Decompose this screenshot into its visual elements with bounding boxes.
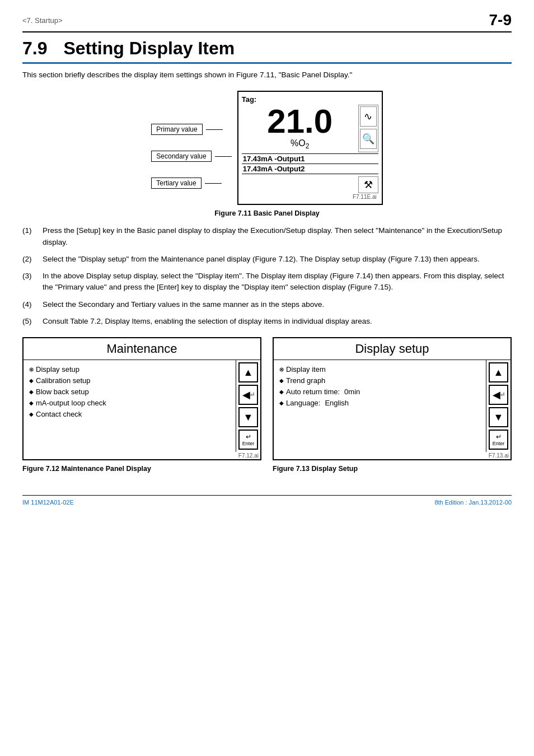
maint-selected-icon-0: ⎈ (29, 365, 34, 374)
maint-item-4: ◆ Contact check (29, 410, 230, 418)
panel-big-value: 21.0 (242, 105, 358, 138)
maintenance-items: ⎈ Display setup ◆ Calibration setup ◆ Bl… (24, 360, 236, 452)
footer-right: 8th Edition : Jan.13,2012-00 (434, 499, 512, 506)
figure-7-13: Display setup ⎈ Display item ◆ Trend gra… (273, 337, 512, 460)
panel-output-lines: 17.43mA -Output1 17.43mA -Output2 (242, 153, 378, 174)
panel-main-area: 21.0 %O2 ∿ 🔍 (242, 105, 378, 152)
primary-value-label: Primary value (151, 124, 202, 135)
panel-side-icons: ∿ 🔍 (358, 105, 378, 152)
two-panels-row: Maintenance ⎈ Display setup ◆ Calibratio… (22, 337, 512, 460)
page-header: <7. Startup> 7-9 (22, 11, 512, 32)
display-setup-inner: ⎈ Display item ◆ Trend graph ◆ Auto retu… (274, 360, 510, 452)
tertiary-value-label-item: Tertiary value (151, 178, 231, 189)
fig-file-label-12: F7.12.ai (24, 452, 260, 459)
panel-display-wrapper: Primary value Secondary value Tertiary v… (151, 91, 382, 205)
maint-btn-down[interactable]: ▼ (238, 407, 258, 427)
panel-bottom-icon: ⚒ (242, 176, 378, 193)
maint-item-2: ◆ Blow back setup (29, 388, 230, 396)
ds-btn-enter-left[interactable]: ◀⏎ (489, 385, 508, 405)
maint-btn-up[interactable]: ▲ (238, 362, 258, 382)
ds-item-1: ◆ Trend graph (279, 376, 480, 385)
panel-value-area: 21.0 %O2 (242, 105, 358, 152)
maint-diamond-1: ◆ (29, 377, 34, 384)
footer-left: IM 11M12A01-02E (22, 499, 74, 506)
ds-item-3: ◆ Language: English (279, 399, 480, 407)
figure-13-caption: Figure 7.13 Display Setup (273, 465, 512, 473)
tertiary-value-label: Tertiary value (151, 178, 201, 189)
step-4: (4) Select the Secondary and Tertiary va… (22, 299, 512, 310)
step-1: (1) Press the [Setup] key in the Basic p… (22, 225, 512, 248)
panel-output1: 17.43mA -Output1 (242, 154, 378, 164)
maintenance-inner: ⎈ Display setup ◆ Calibration setup ◆ Bl… (24, 360, 260, 452)
maint-btn-enter-left[interactable]: ◀⏎ (238, 385, 258, 405)
panel-icon-search: 🔍 (360, 129, 377, 149)
maint-diamond-2: ◆ (29, 389, 34, 395)
ds-item-0: ⎈ Display item (279, 365, 480, 374)
panel-labels: Primary value Secondary value Tertiary v… (151, 124, 231, 189)
panel-unit: %O2 (242, 138, 358, 150)
ds-btn-up[interactable]: ▲ (489, 362, 508, 382)
maint-diamond-4: ◆ (29, 411, 34, 417)
secondary-value-label: Secondary value (151, 151, 211, 162)
step-3: (3) In the above Display setup display, … (22, 270, 512, 293)
steps-list: (1) Press the [Setup] key in the Basic p… (22, 225, 512, 327)
page-number: 7-9 (489, 11, 512, 29)
figure-12-caption: Figure 7.12 Maintenance Panel Display (22, 465, 261, 473)
maint-item-0: ⎈ Display setup (29, 365, 230, 374)
fig-file-label-11: F7.11E.ai (242, 193, 378, 200)
ds-diamond-1: ◆ (279, 377, 284, 384)
primary-value-line (206, 129, 223, 130)
panel-icon-wave: ∿ (360, 106, 377, 127)
panel-display-box: Tag: 21.0 %O2 ∿ 🔍 17.43mA -Output1 17.43… (237, 91, 383, 205)
ds-diamond-2: ◆ (279, 389, 284, 395)
ds-selected-icon-0: ⎈ (279, 365, 284, 374)
maintenance-buttons: ▲ ◀⏎ ▼ ↵ Enter (236, 360, 260, 452)
figure-7-11-container: Primary value Secondary value Tertiary v… (22, 91, 512, 205)
maint-item-3: ◆ mA-output loop check (29, 399, 230, 407)
tertiary-value-line (205, 183, 222, 184)
maint-item-1: ◆ Calibration setup (29, 376, 230, 385)
secondary-value-line (215, 156, 232, 157)
maint-diamond-3: ◆ (29, 400, 34, 406)
ds-diamond-3: ◆ (279, 400, 284, 406)
ds-btn-down[interactable]: ▼ (489, 407, 508, 427)
maint-btn-enter[interactable]: ↵ Enter (238, 430, 258, 450)
chapter-label: <7. Startup> (22, 16, 63, 25)
display-setup-title: Display setup (274, 338, 510, 360)
panel-output2: 17.43mA -Output2 (242, 164, 378, 174)
primary-value-label-item: Primary value (151, 124, 231, 135)
page-footer: IM 11M12A01-02E 8th Edition : Jan.13,201… (22, 495, 512, 506)
maintenance-box: Maintenance ⎈ Display setup ◆ Calibratio… (22, 337, 261, 460)
maintenance-title: Maintenance (24, 338, 260, 360)
secondary-value-label-item: Secondary value (151, 151, 231, 162)
step-5: (5) Consult Table 7.2, Display Items, en… (22, 316, 512, 327)
section-title: 7.9 Setting Display Item (22, 38, 512, 64)
step-2: (2) Select the "Display setup" from the … (22, 254, 512, 265)
display-setup-buttons: ▲ ◀⏎ ▼ ↵ Enter (486, 360, 510, 452)
panel-icon-tools: ⚒ (358, 176, 378, 193)
fig-file-label-13: F7.13.ai (274, 452, 510, 459)
ds-btn-enter[interactable]: ↵ Enter (489, 430, 508, 450)
ds-item-2: ◆ Auto return time: 0min (279, 388, 480, 396)
intro-paragraph: This section briefly describes the displ… (22, 69, 512, 81)
display-setup-items: ⎈ Display item ◆ Trend graph ◆ Auto retu… (274, 360, 486, 452)
figure-11-caption: Figure 7.11 Basic Panel Display (22, 209, 512, 217)
display-setup-box: Display setup ⎈ Display item ◆ Trend gra… (273, 337, 512, 460)
figure-7-12: Maintenance ⎈ Display setup ◆ Calibratio… (22, 337, 261, 460)
two-fig-captions: Figure 7.12 Maintenance Panel Display Fi… (22, 465, 512, 473)
